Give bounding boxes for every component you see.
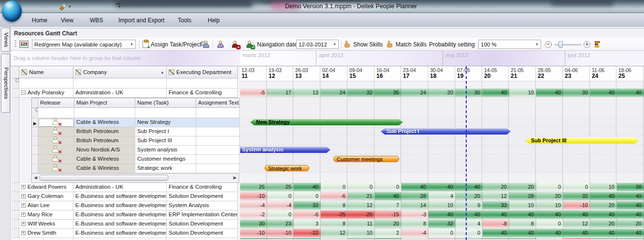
resource-department-cell[interactable]: Solution Development [167, 229, 238, 238]
assignment-text-cell[interactable] [196, 127, 240, 136]
column-header-main-project[interactable]: Main Project [74, 98, 135, 108]
capacity-cell[interactable]: 10 [509, 89, 536, 97]
probability-select[interactable]: 100 % ▼ [478, 40, 541, 49]
resource-department-cell[interactable]: Finance & Controlling [167, 183, 238, 192]
task-name-cell[interactable]: Customer meetings [135, 155, 196, 164]
capacity-cell[interactable]: 38 [617, 183, 644, 192]
capacity-cell[interactable]: 40 [536, 229, 563, 238]
capacity-cell[interactable] [456, 238, 483, 240]
release-assignment-icon[interactable]: × [52, 146, 60, 153]
resource-department-cell[interactable]: ERP Implementation Center [167, 210, 238, 220]
capacity-cell[interactable] [590, 238, 617, 240]
capacity-cell[interactable]: 40 [617, 192, 644, 201]
resource-department-cell[interactable]: Solution Development [167, 220, 238, 229]
capacity-cell[interactable]: 40 [429, 183, 456, 192]
release-cell[interactable]: × [38, 118, 74, 127]
capacity-cell[interactable]: 0 [267, 192, 294, 201]
capacity-cell[interactable]: -10 [240, 192, 267, 201]
filter-cell-main-project[interactable] [74, 108, 135, 118]
capacity-cell[interactable]: 12 [348, 201, 375, 210]
resource-name-cell[interactable]: +Mary Rice [19, 210, 73, 220]
capacity-cell[interactable]: 12 [563, 220, 590, 228]
capacity-cell[interactable]: 10 [590, 183, 617, 192]
assign-task-project-button[interactable]: Assign Task/Project [143, 40, 201, 49]
capacity-cell[interactable]: 40 [483, 210, 509, 219]
expand-icon[interactable]: + [21, 222, 26, 226]
column-header-release[interactable]: Release [38, 98, 74, 108]
capacity-cell[interactable]: 30 [240, 220, 267, 228]
capacity-cell[interactable]: 40 [563, 210, 590, 219]
capacity-cell[interactable]: -8 [483, 220, 509, 228]
collapse-icon[interactable]: − [21, 90, 26, 95]
capacity-cell[interactable]: 40 [563, 229, 590, 238]
resource-department-cell[interactable]: Solution Development [167, 192, 238, 201]
capacity-cell[interactable]: 40 [456, 210, 483, 219]
capacity-cell[interactable]: 32 [348, 89, 375, 97]
release-cell[interactable]: × [38, 136, 74, 146]
gantt-settings-icon[interactable] [594, 40, 601, 49]
capacity-cell[interactable]: 12 [483, 192, 509, 201]
capacity-cell[interactable]: 40 [617, 210, 644, 219]
capacity-cell[interactable]: 10 [509, 201, 536, 210]
app-logo[interactable] [2, 0, 22, 22]
capacity-cell[interactable]: 40 [590, 89, 617, 97]
resource-department-cell[interactable]: Finance & Controlling [167, 89, 238, 98]
capacity-cell[interactable]: 20 [617, 220, 644, 228]
capacity-cell[interactable]: 0 [536, 220, 563, 228]
capacity-cell[interactable]: 0 [375, 183, 401, 192]
resource-company-cell[interactable]: E-Business and software development [73, 220, 167, 229]
capacity-cell[interactable]: -25 [321, 210, 348, 219]
column-header-department[interactable]: Executing Department [167, 66, 238, 78]
filter-cell-department[interactable] [167, 78, 238, 89]
task-name-cell[interactable]: System analysis [135, 146, 196, 155]
capacity-cell[interactable]: 8 [321, 201, 348, 210]
resource-name-cell[interactable]: +Gary Coleman [19, 192, 73, 201]
capacity-cell[interactable]: -22 [294, 229, 321, 238]
capacity-cell[interactable] [240, 238, 267, 240]
filter-pin-cell[interactable] [12, 78, 19, 89]
capacity-cell[interactable]: -4 [240, 201, 267, 210]
task-name-cell[interactable]: New Strategy [135, 118, 196, 127]
capacity-cell[interactable]: 40 [590, 210, 617, 219]
menu-tab-import-and-export[interactable]: Import and Export [115, 16, 167, 25]
capacity-cell[interactable]: 24 [401, 89, 429, 97]
main-project-cell[interactable]: British Petroleum [74, 127, 135, 136]
release-cell[interactable]: × [38, 146, 74, 155]
gantt-bar[interactable]: System analysis [240, 147, 330, 153]
filter-cell-company[interactable] [73, 78, 167, 89]
capacity-cell[interactable]: 23 [267, 220, 294, 228]
capacity-cell[interactable] [563, 238, 590, 240]
person-assign-icon[interactable]: ✓ [245, 40, 254, 49]
assignment-text-cell[interactable] [196, 155, 240, 164]
task-name-cell[interactable]: Strategic work [135, 164, 196, 173]
assignment-text-cell[interactable] [196, 136, 240, 146]
expand-icon[interactable]: + [21, 212, 26, 217]
capacity-cell[interactable]: 20 [590, 220, 617, 228]
capacity-cell[interactable]: -4 [401, 229, 429, 238]
filter-pin-cell[interactable] [32, 108, 38, 118]
customize-toolbar-icon[interactable]: ▼ [116, 2, 123, 9]
filter-cell-release[interactable] [38, 108, 74, 118]
release-assignment-icon[interactable]: × [52, 155, 60, 162]
capacity-cell[interactable]: 21 [348, 192, 375, 201]
capacity-cell[interactable]: 13 [294, 89, 321, 97]
capacity-cell[interactable]: 32 [563, 192, 590, 201]
scroll-right-icon[interactable]: ▶ [233, 175, 237, 180]
release-assignment-icon[interactable]: × [52, 118, 60, 125]
capacity-cell[interactable] [348, 238, 375, 240]
release-cell[interactable]: × [38, 155, 74, 164]
capacity-cell[interactable]: 14 [401, 201, 429, 210]
capacity-cell[interactable] [375, 238, 401, 240]
capacity-cell[interactable]: 0 [294, 192, 321, 201]
resource-company-cell[interactable]: Administration - UK [73, 183, 167, 192]
resource-name-cell[interactable]: −Andy Polansky [19, 89, 73, 98]
capacity-cell[interactable]: 40 [401, 183, 429, 192]
capacity-cell[interactable]: 40 [536, 210, 563, 219]
gantt-bar[interactable]: Sub Project III [525, 137, 639, 144]
capacity-cell[interactable]: 0 [348, 183, 375, 192]
capacity-cell[interactable] [509, 238, 536, 240]
main-project-cell[interactable]: Cable & Wireless [74, 155, 135, 164]
resource-company-cell[interactable]: E-Business and software development [73, 192, 167, 201]
capacity-cell[interactable]: 30 [456, 89, 483, 97]
capacity-cell[interactable] [429, 238, 456, 240]
